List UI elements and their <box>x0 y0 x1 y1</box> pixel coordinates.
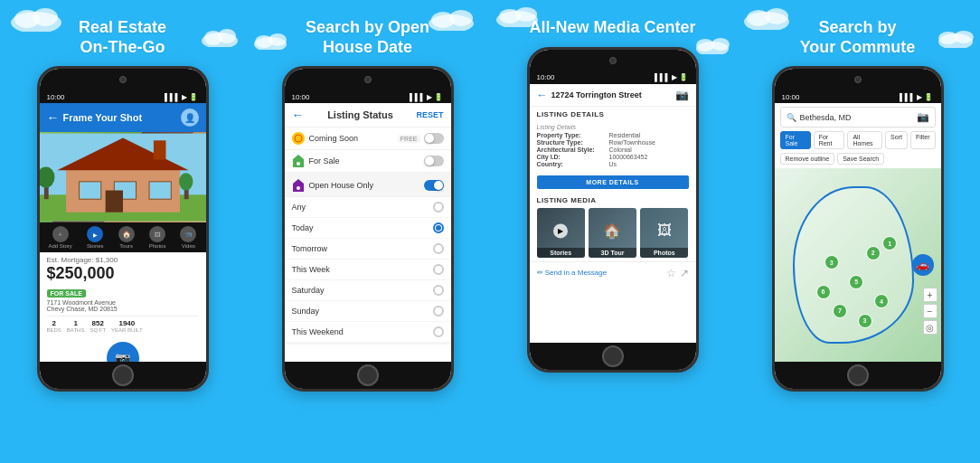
play-icon: ▶ <box>553 223 568 238</box>
radio-row-saturday[interactable]: Saturday <box>285 280 451 301</box>
svg-point-26 <box>297 162 300 165</box>
detail-country: Country: Us <box>537 161 689 167</box>
status-bar-2: 10:00 ▌▌▌ ▶ 🔋 <box>285 90 451 103</box>
commute-map[interactable]: 🚗 + − ◎ 35247316 <box>775 168 941 362</box>
detail-property-type: Property Type: Residential <box>537 132 689 138</box>
story-item-stories[interactable]: ▶ Stories <box>87 226 104 249</box>
stat-sqft: 852 SQ FT <box>90 319 106 333</box>
home-button-2[interactable] <box>357 364 379 386</box>
commute-search-bar[interactable]: 🔍 Bethesda, MD 📷 <box>780 107 936 128</box>
avatar-icon[interactable]: 👤 <box>181 109 199 127</box>
phone-top-bar-4 <box>775 69 941 90</box>
story-item-video[interactable]: 📹 Video <box>180 226 196 249</box>
reset-button[interactable]: RESET <box>416 110 443 119</box>
price-section: Est. Mortgage: $1,300 $250,000 FOR SALE … <box>40 252 206 336</box>
radio-options-container: AnyTodayTomorrowThis WeekSaturdaySundayT… <box>285 197 451 343</box>
location-button[interactable]: ◎ <box>923 320 938 335</box>
media-photos[interactable]: 🖼 Photos <box>640 208 688 258</box>
app-title-1: Frame Your Shot <box>63 112 177 123</box>
panel-commute-search: Search by Your Commute 10:00 ▌▌▌ ▶ 🔋 🔍 B… <box>735 0 980 463</box>
svg-point-18 <box>178 173 192 190</box>
phone-2-bottom <box>285 362 451 389</box>
radio-row-any[interactable]: Any <box>285 197 451 218</box>
map-marker-4[interactable]: 7 <box>833 304 847 318</box>
zoom-out-button[interactable]: − <box>923 304 938 318</box>
stat-baths: 1 BATHS <box>67 319 85 333</box>
phone-1-content: ← Frame Your Shot 👤 <box>40 103 206 362</box>
radio-circle-1 <box>433 222 444 233</box>
zoom-in-button[interactable]: + <box>923 288 938 302</box>
favorite-icon[interactable]: ☆ <box>666 267 676 279</box>
phone-2: 10:00 ▌▌▌ ▶ 🔋 ← Listing Status RESET Com… <box>282 66 454 392</box>
home-button-1[interactable] <box>112 364 134 386</box>
action-bar: Remove outline Save Search <box>775 153 941 168</box>
all-homes-filter[interactable]: All Homes <box>847 131 882 149</box>
panel-open-house: Search by Open House Date 10:00 ▌▌▌ ▶ 🔋 … <box>245 0 490 463</box>
coming-soon-toggle[interactable] <box>424 133 444 144</box>
bottom-bar-3: ✏ Send in a Message ☆ ↗ <box>530 261 696 284</box>
phone-2-content: ← Listing Status RESET Coming Soon FREE <box>285 103 451 362</box>
for-sale-filter[interactable]: For Sale <box>780 131 811 149</box>
camera-icon-3[interactable]: 📷 <box>675 89 689 101</box>
filter-button[interactable]: Filter <box>910 131 936 149</box>
panel-3-title: All-New Media Center <box>529 18 695 38</box>
story-item-photos[interactable]: 🖼 Photos <box>149 226 166 249</box>
radio-label-2: Tomorrow <box>292 244 433 253</box>
radio-row-today[interactable]: Today <box>285 218 451 239</box>
panel-2-title: Search by Open House Date <box>306 18 429 57</box>
photo-icon: 🖼 <box>657 222 672 239</box>
for-rent-filter[interactable]: For Rent <box>814 131 845 149</box>
media-3dtour[interactable]: 🏠 3D Tour <box>589 208 636 258</box>
stories-bar: + Add Story ▶ Stories 🏠 Tours 🖼 Photos 📹 <box>40 222 206 252</box>
map-marker-7[interactable]: 6 <box>816 285 831 299</box>
radio-label-5: Sunday <box>292 307 433 316</box>
for-sale-toggle[interactable] <box>424 156 444 166</box>
svg-rect-14 <box>105 191 122 213</box>
more-details-button[interactable]: MORE DETAILS <box>537 175 689 189</box>
radio-circle-0 <box>433 202 444 213</box>
remove-outline-button[interactable]: Remove outline <box>780 153 835 165</box>
svg-point-27 <box>297 186 300 190</box>
phone-camera-1 <box>119 76 127 83</box>
toggle-knob <box>425 134 434 143</box>
send-message-button[interactable]: ✏ Send in a Message <box>537 269 663 277</box>
home-button-4[interactable] <box>847 364 869 386</box>
back-arrow-icon[interactable]: ← <box>47 110 60 125</box>
open-house-toggle[interactable] <box>424 180 444 191</box>
media-stories[interactable]: ▶ Stories <box>537 208 585 258</box>
for-sale-row: For Sale <box>285 150 451 173</box>
car-icon: 🚗 <box>912 254 934 276</box>
back-arrow-3[interactable]: ← <box>537 89 548 101</box>
phone-1-bottom <box>40 362 206 389</box>
save-search-button[interactable]: Save Search <box>837 153 884 165</box>
camera-search-icon[interactable]: 📷 <box>917 111 929 123</box>
stat-beds: 2 BEDS <box>47 319 61 333</box>
house-image <box>40 132 206 222</box>
radio-row-this-week[interactable]: This Week <box>285 260 451 280</box>
svg-point-32 <box>696 39 714 52</box>
story-item-add[interactable]: + Add Story <box>49 226 72 249</box>
radio-row-this-weekend[interactable]: This Weekend <box>285 322 451 343</box>
back-arrow-2[interactable]: ← <box>292 108 305 122</box>
map-marker-2[interactable]: 2 <box>866 246 881 260</box>
phone-3: 10:00 ▌▌▌ ▶ 🔋 ← 12724 Torrington Street … <box>527 47 699 373</box>
panel-media-center: All-New Media Center 10:00 ▌▌▌ ▶ 🔋 ← 127… <box>490 0 735 463</box>
radio-row-sunday[interactable]: Sunday <box>285 301 451 322</box>
search-value: Bethesda, MD <box>800 113 913 122</box>
toggle-knob-3 <box>434 181 443 190</box>
search-icon: 🔍 <box>787 113 796 122</box>
svg-point-5 <box>218 29 236 43</box>
radio-row-tomorrow[interactable]: Tomorrow <box>285 239 451 260</box>
camera-button[interactable]: 📷 <box>107 342 139 362</box>
story-item-tours[interactable]: 🏠 Tours <box>118 226 135 249</box>
phone-3-content: ← 12724 Torrington Street 📷 LISTING DETA… <box>530 84 696 343</box>
panel-4-title: Search by Your Commute <box>800 18 916 57</box>
home-button-3[interactable] <box>602 345 624 367</box>
listing-status-title: Listing Status <box>327 109 393 120</box>
3dtour-label: 3D Tour <box>589 248 636 258</box>
sort-filter[interactable]: Sort <box>885 131 908 149</box>
phone-4-bottom <box>775 362 941 389</box>
toggle-knob-2 <box>425 156 434 165</box>
map-marker-5[interactable]: 3 <box>858 314 872 328</box>
share-icon[interactable]: ↗ <box>680 267 689 279</box>
